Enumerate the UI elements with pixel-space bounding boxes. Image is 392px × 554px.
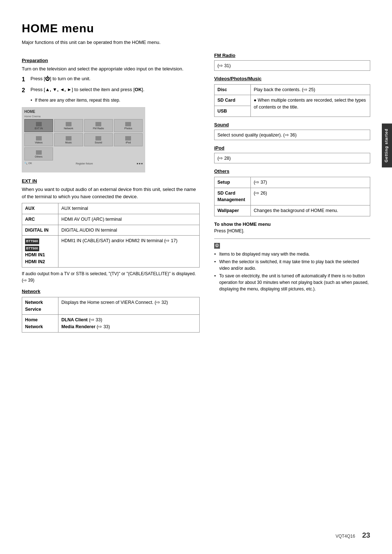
section-tab: Getting started [382,123,392,167]
sound-value: Select sound quality (equalizer). (⇨ 36) [214,130,370,140]
step-2-text: Press [▲, ▼, ◄, ►] to select the item an… [30,86,144,93]
note-icon: 🛈 [214,243,220,249]
network-heading: Network [22,289,200,294]
videos-photos-heading: Videos/Photos/Music [214,76,370,81]
fm-radio-value: (⇨ 31) [214,60,370,71]
table-row: SD Card ● When multiple contents are rec… [215,95,370,106]
intro-text: Major functions of this unit can be oper… [22,39,370,46]
footer-code: VQT4Q16 [335,534,355,539]
footer-page: 23 [362,531,370,539]
note-item-1: Items to be displayed may vary with the … [214,251,370,257]
setup-label: Setup [215,177,251,188]
note-item-2: When the selector is switched, it may ta… [214,258,370,272]
to-show-heading: To show the HOME menu [214,221,370,227]
footer: VQT4Q16 23 [335,531,370,539]
sd-card-label: SD Card [215,95,251,106]
network-section: Network NetworkService Displays the Home… [22,289,200,333]
ext-in-hdmi-value: HDMI1 IN (CABLE/SAT) and/or HDMI2 IN ter… [58,236,200,268]
sd-mgmt-label: SD CardManagement [215,188,251,205]
step-2-bullet: If there are any other items, repeat thi… [30,97,200,103]
left-column: Preparation Turn on the television and s… [22,53,200,335]
step-2: 2 Press [▲, ▼, ◄, ►] to select the item … [22,86,200,95]
note-item-3: To save on electricity, the unit is turn… [214,273,370,292]
ipod-value: (⇨ 28) [214,153,370,163]
home-network-value: DLNA Client (⇨ 33) Media Renderer (⇨ 33) [58,315,200,333]
others-table-container: Setup (⇨ 37) SD CardManagement (⇨ 26) Wa… [214,177,370,216]
home-item-ipod: iPod [114,133,143,146]
model-badge-2: BTT500 [25,246,39,252]
sound-section: Sound Select sound quality (equalizer). … [214,122,370,140]
usb-label: USB [215,106,251,117]
home-item-sound: Sound [84,133,113,146]
home-item-ext-in: EXT IN [24,119,53,132]
table-row: AUX AUX terminal [22,203,200,214]
step-2-bullets: If there are any other items, repeat thi… [30,97,200,103]
sound-heading: Sound [214,122,370,127]
ext-in-text: When you want to output audio of an exte… [22,186,200,200]
table-row: Wallpaper Changes the background of HOME… [215,205,370,216]
home-item-music: Music [54,133,83,146]
table-row: Setup (⇨ 37) [215,177,370,188]
table-row: DIGITAL IN DIGITAL AUDIO IN terminal [22,225,200,236]
home-item-others: Others [24,147,53,160]
network-table-container: NetworkService Displays the Home screen … [22,297,200,333]
table-row: SD CardManagement (⇨ 26) [215,188,370,205]
ipod-heading: iPod [214,145,370,151]
home-menu-screenshot: HOME Home Cinema EXT IN Network FM Radio [22,107,145,172]
wallpaper-value: Changes the background of HOME menu. [251,205,370,216]
videos-table-container: Disc Play back the contents. (⇨ 25) SD C… [214,84,370,117]
step-1: 1 Press [⏻] to turn on the unit. [22,75,200,84]
ext-in-arc-label: ARC [22,214,58,225]
step-1-text: Press [⏻] to turn on the unit. [30,75,91,82]
home-item-fm-radio: FM Radio [84,119,113,132]
disc-label: Disc [215,84,251,95]
page-title: HOME menu [22,22,370,35]
network-service-value: Displays the Home screen of VIERA Connec… [58,297,200,315]
table-row: NetworkService Displays the Home screen … [22,297,200,315]
home-item-photos: Photos [114,119,143,132]
fm-radio-section: FM Radio (⇨ 31) [214,53,370,71]
videos-table: Disc Play back the contents. (⇨ 25) SD C… [214,84,370,117]
others-table: Setup (⇨ 37) SD CardManagement (⇨ 26) Wa… [214,177,370,216]
preparation-text: Turn on the television and select the ap… [22,65,200,73]
table-row: Disc Play back the contents. (⇨ 25) [215,84,370,95]
notes-list: Items to be displayed may vary with the … [214,251,370,292]
home-item-videos: Videos [24,133,53,146]
table-row: BTT560 BTT500 HDMI IN1 HDMI IN2 HDMI1 IN… [22,236,200,268]
ext-in-hdmi-label: BTT560 BTT500 HDMI IN1 HDMI IN2 [22,236,58,268]
step-2-num: 2 [22,86,28,95]
ext-in-section: EXT IN When you want to output audio of … [22,178,200,284]
table-row: HomeNetwork DLNA Client (⇨ 33) Media Ren… [22,315,200,333]
ext-in-aux-value: AUX terminal [58,203,200,214]
network-service-label: NetworkService [22,297,58,315]
ext-in-aux-label: AUX [22,203,58,214]
wallpaper-label: Wallpaper [215,205,251,216]
videos-photos-section: Videos/Photos/Music Disc Play back the c… [214,76,370,117]
table-row: ARC HDMI AV OUT (ARC) terminal [22,214,200,225]
sd-mgmt-value: (⇨ 26) [251,188,370,205]
fm-radio-heading: FM Radio [214,53,370,58]
disc-value: Play back the contents. (⇨ 25) [251,84,370,95]
ext-in-table-container: AUX AUX terminal ARC HDMI AV OUT (ARC) t… [22,203,200,268]
preparation-section: Preparation Turn on the television and s… [22,58,200,104]
home-network-label: HomeNetwork [22,315,58,333]
network-table: NetworkService Displays the Home screen … [22,297,200,333]
ext-in-digital-value: DIGITAL AUDIO IN terminal [58,225,200,236]
others-heading: Others [214,168,370,174]
setup-value: (⇨ 37) [251,177,370,188]
ext-in-heading: EXT IN [22,178,200,184]
ext-in-arc-value: HDMI AV OUT (ARC) terminal [58,214,200,225]
ext-in-digital-label: DIGITAL IN [22,225,58,236]
to-show-text: Press [HOME]. [214,228,370,233]
preparation-heading: Preparation [22,58,200,63]
ext-in-table: AUX AUX terminal ARC HDMI AV OUT (ARC) t… [22,203,200,268]
ext-in-note: If audio output from a TV or STB is sele… [22,270,200,284]
model-badge-1: BTT560 [25,239,39,244]
others-section: Others Setup (⇨ 37) SD CardManagement (⇨… [214,168,370,216]
sd-usb-value: ● When multiple contents are recorded, s… [251,95,370,117]
ipod-section: iPod (⇨ 28) [214,145,370,163]
to-show-section: To show the HOME menu Press [HOME]. [214,221,370,233]
step-1-num: 1 [22,75,28,84]
home-item-network: Network [54,119,83,132]
right-column: FM Radio (⇨ 31) Videos/Photos/Music Disc… [214,53,370,335]
